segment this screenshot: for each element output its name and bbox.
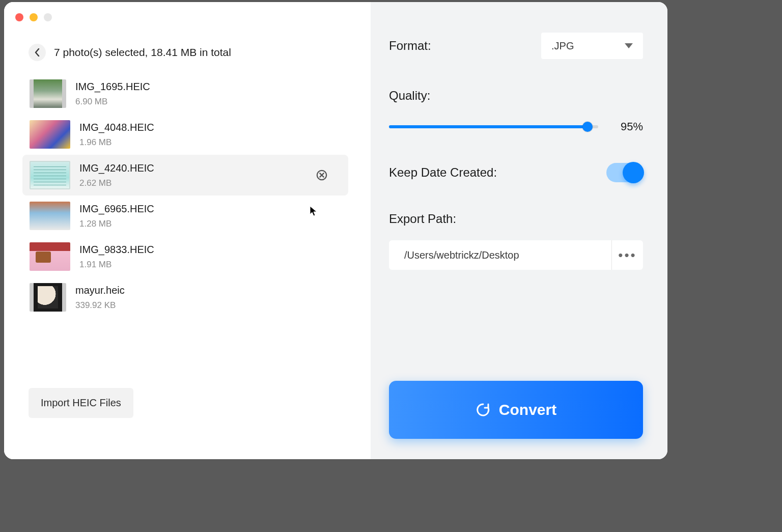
export-path-row: Export Path: /Users/webtrickz/Desktop ••… bbox=[389, 212, 643, 270]
convert-label: Convert bbox=[499, 401, 556, 418]
cursor-icon bbox=[310, 206, 319, 217]
options-pane: Format: .JPG Quality: 95% Keep Date Crea… bbox=[371, 2, 667, 459]
import-files-button[interactable]: Import HEIC Files bbox=[29, 388, 133, 418]
file-thumbnail bbox=[30, 120, 70, 149]
file-meta: mayur.heic 339.92 KB bbox=[75, 285, 125, 311]
keep-date-label: Keep Date Created: bbox=[389, 165, 497, 180]
file-name: IMG_1695.HEIC bbox=[75, 81, 150, 93]
format-value: .JPG bbox=[551, 40, 574, 52]
selection-summary: 7 photo(s) selected, 18.41 MB in total bbox=[54, 46, 231, 59]
format-row: Format: .JPG bbox=[389, 33, 643, 59]
close-window-button[interactable] bbox=[15, 13, 23, 21]
file-list: IMG_1695.HEIC 6.90 MB IMG_4048.HEIC 1.96… bbox=[22, 73, 348, 318]
keep-date-row: Keep Date Created: bbox=[389, 163, 643, 182]
file-size: 6.90 MB bbox=[75, 97, 150, 107]
file-row[interactable]: IMG_1695.HEIC 6.90 MB bbox=[22, 73, 348, 114]
file-name: IMG_9833.HEIC bbox=[79, 244, 154, 256]
file-row[interactable]: mayur.heic 339.92 KB bbox=[22, 277, 348, 318]
file-meta: IMG_6965.HEIC 1.28 MB bbox=[79, 203, 154, 229]
format-label: Format: bbox=[389, 39, 431, 53]
file-name: IMG_4048.HEIC bbox=[79, 122, 154, 133]
chevron-left-icon bbox=[35, 48, 40, 57]
export-path-label: Export Path: bbox=[389, 212, 643, 226]
file-row[interactable]: IMG_4048.HEIC 1.96 MB bbox=[22, 114, 348, 155]
browse-path-button[interactable]: ••• bbox=[611, 240, 643, 270]
header: 7 photo(s) selected, 18.41 MB in total bbox=[29, 44, 231, 61]
file-size: 1.28 MB bbox=[79, 219, 154, 229]
file-size: 1.96 MB bbox=[79, 137, 154, 148]
close-circle-icon bbox=[316, 170, 327, 181]
file-size: 339.92 KB bbox=[75, 300, 125, 311]
file-size: 1.91 MB bbox=[79, 260, 154, 270]
chevron-down-icon bbox=[625, 43, 633, 48]
quality-slider[interactable] bbox=[389, 122, 598, 132]
file-thumbnail bbox=[30, 161, 70, 189]
slider-thumb[interactable] bbox=[582, 122, 593, 132]
file-meta: IMG_4240.HEIC 2.62 MB bbox=[79, 162, 154, 188]
zoom-window-button[interactable] bbox=[44, 13, 52, 21]
file-row[interactable]: IMG_9833.HEIC 1.91 MB bbox=[22, 236, 348, 277]
format-select[interactable]: .JPG bbox=[541, 33, 643, 59]
file-meta: IMG_4048.HEIC 1.96 MB bbox=[79, 122, 154, 148]
file-thumbnail bbox=[30, 79, 66, 108]
file-thumbnail bbox=[30, 242, 70, 271]
ellipsis-icon: ••• bbox=[618, 247, 636, 263]
remove-file-button[interactable] bbox=[316, 169, 328, 181]
quality-value: 95% bbox=[612, 120, 643, 133]
convert-button[interactable]: Convert bbox=[389, 381, 643, 439]
file-thumbnail bbox=[30, 283, 66, 312]
file-size: 2.62 MB bbox=[79, 178, 154, 188]
file-name: IMG_6965.HEIC bbox=[79, 203, 154, 215]
quality-row: Quality: 95% bbox=[389, 89, 643, 133]
file-name: IMG_4240.HEIC bbox=[79, 162, 154, 174]
file-meta: IMG_9833.HEIC 1.91 MB bbox=[79, 244, 154, 270]
file-name: mayur.heic bbox=[75, 285, 125, 296]
file-meta: IMG_1695.HEIC 6.90 MB bbox=[75, 81, 150, 107]
file-row[interactable]: IMG_4240.HEIC 2.62 MB bbox=[22, 155, 348, 195]
refresh-icon bbox=[476, 402, 491, 417]
minimize-window-button[interactable] bbox=[30, 13, 38, 21]
left-pane: 7 photo(s) selected, 18.41 MB in total I… bbox=[4, 2, 371, 459]
app-window: 7 photo(s) selected, 18.41 MB in total I… bbox=[4, 2, 667, 459]
toggle-knob bbox=[623, 162, 644, 183]
export-path-value: /Users/webtrickz/Desktop bbox=[389, 240, 611, 270]
file-row[interactable]: IMG_6965.HEIC 1.28 MB bbox=[22, 195, 348, 236]
file-thumbnail bbox=[30, 202, 70, 230]
keep-date-toggle[interactable] bbox=[606, 163, 643, 182]
window-traffic-lights bbox=[15, 13, 52, 21]
quality-label: Quality: bbox=[389, 89, 643, 103]
back-button[interactable] bbox=[29, 44, 46, 61]
slider-fill bbox=[389, 125, 588, 128]
